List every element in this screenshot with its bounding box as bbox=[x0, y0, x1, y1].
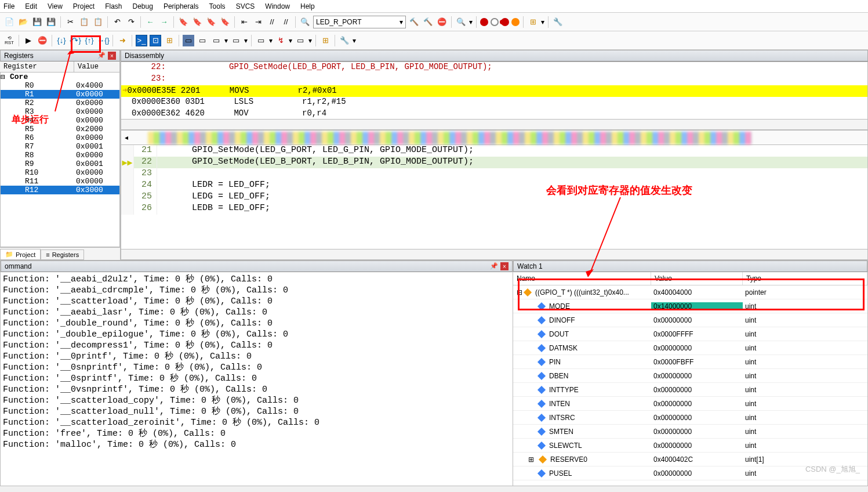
menu-flash[interactable]: Flash bbox=[105, 2, 122, 10]
menu-tools[interactable]: Tools bbox=[209, 2, 226, 10]
menu-svcs[interactable]: SVCS bbox=[236, 2, 255, 10]
watch-row[interactable]: INTEN0x00000000uint bbox=[513, 397, 867, 411]
editor-line[interactable]: 21GPIO_SetMode(LED_G_PORT, LED_G_PIN, GP… bbox=[121, 145, 867, 157]
save-all-icon[interactable]: 💾 bbox=[45, 16, 57, 28]
indent-right-icon[interactable]: ⇥ bbox=[252, 16, 264, 28]
open-file-icon[interactable]: 📂 bbox=[17, 16, 29, 28]
command-window-icon[interactable]: >_ bbox=[136, 35, 147, 46]
disasm-scrollbar[interactable] bbox=[121, 120, 868, 130]
callstack-window-icon[interactable]: ▭ bbox=[197, 35, 208, 46]
undo-icon[interactable]: ↶ bbox=[111, 16, 123, 28]
save-icon[interactable]: 💾 bbox=[31, 16, 43, 28]
bookmark-icon[interactable]: 🔖 bbox=[177, 16, 189, 28]
editor-line[interactable]: 25LEDG = LED_OFF; bbox=[121, 191, 867, 203]
disasm-line[interactable]: 0x0000E362 4620 MOV r0,r4 bbox=[121, 108, 867, 120]
register-row[interactable]: R90x0001 bbox=[1, 160, 119, 168]
watch-row[interactable]: SMTEN0x00000000uint bbox=[513, 425, 867, 439]
redo-icon[interactable]: ↷ bbox=[125, 16, 137, 28]
nav-back-icon[interactable]: ← bbox=[144, 16, 156, 28]
breakpoint-insert-icon[interactable] bbox=[480, 18, 488, 26]
register-row[interactable]: R120x3000 bbox=[1, 186, 119, 194]
editor-line[interactable]: 24LEDR = LED_OFF; bbox=[121, 180, 867, 191]
watch-row[interactable]: PIN0x0000FBFFuint bbox=[513, 355, 867, 369]
watch-row[interactable]: DINOFF0x00000000uint bbox=[513, 313, 867, 327]
editor-scrollbar[interactable] bbox=[121, 249, 868, 260]
cut-icon[interactable]: ✂ bbox=[64, 16, 76, 28]
nav-fwd-icon[interactable]: → bbox=[158, 16, 170, 28]
menu-file[interactable]: File bbox=[3, 2, 14, 10]
register-row[interactable]: R60x0000 bbox=[1, 133, 119, 142]
code-editor[interactable]: 21GPIO_SetMode(LED_G_PORT, LED_G_PIN, GP… bbox=[121, 145, 868, 249]
editor-line[interactable]: 23 bbox=[121, 168, 867, 180]
step-into-icon[interactable]: {↓} bbox=[56, 35, 67, 46]
registers-list[interactable]: ⊟Core R00x4000R10x0000R20x0000R30x0000R4… bbox=[0, 73, 120, 247]
menu-help[interactable]: Help bbox=[300, 2, 315, 10]
menu-view[interactable]: View bbox=[48, 2, 63, 10]
watch-row[interactable]: DBEN0x00000000uint bbox=[513, 369, 867, 383]
tab-prev-icon[interactable]: ◂ bbox=[125, 133, 128, 142]
close-icon[interactable]: × bbox=[108, 52, 116, 60]
stop-build-icon[interactable]: ⛔ bbox=[436, 16, 448, 28]
close-icon[interactable]: × bbox=[500, 262, 509, 270]
register-row[interactable]: R10x0000 bbox=[1, 90, 119, 99]
paste-icon[interactable]: 📋 bbox=[92, 16, 104, 28]
show-next-icon[interactable]: ➜ bbox=[117, 35, 128, 46]
copy-icon[interactable]: 📋 bbox=[78, 16, 90, 28]
watch-window-icon[interactable]: ▭ bbox=[210, 35, 222, 46]
disassembly-view[interactable]: 22: GPIO_SetMode(LED_B_PORT, LED_B_PIN, … bbox=[121, 62, 868, 120]
expand-icon[interactable]: ⊞ bbox=[528, 455, 534, 464]
registers-window-icon[interactable]: ▭ bbox=[183, 35, 194, 46]
register-row[interactable]: R70x0001 bbox=[1, 142, 119, 151]
new-file-icon[interactable]: 📄 bbox=[3, 16, 15, 28]
watch-row[interactable]: INTTYPE0x00000000uint bbox=[513, 383, 867, 397]
bookmark-prev-icon[interactable]: 🔖 bbox=[191, 16, 203, 28]
menu-project[interactable]: Project bbox=[73, 2, 95, 10]
tab-registers[interactable]: ≡Registers bbox=[41, 249, 84, 260]
pin-icon[interactable]: 📌 bbox=[97, 52, 106, 60]
editor-line[interactable]: ▶▶22GPIO_SetMode(LED_B_PORT, LED_B_PIN, … bbox=[121, 157, 867, 168]
breakpoint-disable-icon[interactable] bbox=[491, 18, 499, 26]
stop-icon[interactable]: ⛔ bbox=[37, 35, 48, 46]
pin-icon[interactable]: 📌 bbox=[490, 262, 498, 270]
memory-window-icon[interactable]: ▭ bbox=[230, 35, 242, 46]
watch-row[interactable]: DOUT0x0000FFFFuint bbox=[513, 327, 867, 341]
configure-icon[interactable]: 🔧 bbox=[552, 16, 564, 28]
watch-row[interactable]: DATMSK0x00000000uint bbox=[513, 341, 867, 355]
register-row[interactable]: R80x0000 bbox=[1, 151, 119, 160]
system-viewer-icon[interactable]: ⊞ bbox=[319, 35, 331, 46]
uncomment-icon[interactable]: // bbox=[280, 16, 292, 28]
collapse-icon[interactable]: ⊟ bbox=[1, 73, 6, 81]
run-icon[interactable]: ▶ bbox=[23, 35, 34, 46]
indent-left-icon[interactable]: ⇤ bbox=[238, 16, 250, 28]
menu-debug[interactable]: Debug bbox=[133, 2, 153, 10]
tab-project[interactable]: 📁Project bbox=[0, 249, 41, 260]
debug-find-icon[interactable]: 🔍 bbox=[455, 16, 467, 28]
register-row[interactable]: R50x2000 bbox=[1, 125, 119, 133]
menu-peripherals[interactable]: Peripherals bbox=[164, 2, 199, 10]
serial-window-icon[interactable]: ▭ bbox=[255, 35, 267, 46]
window-layout-icon[interactable]: ⊞ bbox=[527, 16, 539, 28]
disasm-line[interactable]: 0x0000E360 03D1 LSLS r1,r2,#15 bbox=[121, 97, 867, 108]
register-row[interactable]: R100x0000 bbox=[1, 168, 119, 177]
register-row[interactable]: R20x0000 bbox=[1, 99, 119, 107]
analysis-window-icon[interactable]: ↯ bbox=[275, 35, 286, 46]
build-icon[interactable]: 🔨 bbox=[408, 16, 420, 28]
command-output[interactable]: Function: '__aeabi_d2ulz', Time: 0 秒 (0%… bbox=[1, 272, 513, 486]
watch-row[interactable]: INTSRC0x00000000uint bbox=[513, 411, 867, 425]
watch-list[interactable]: ⊟ ((GPIO_T *) (((uint32_t)0x40... 0x4000… bbox=[513, 285, 867, 486]
trace-window-icon[interactable]: ▭ bbox=[295, 35, 306, 46]
disasm-line[interactable]: 22: GPIO_SetMode(LED_B_PORT, LED_B_PIN, … bbox=[121, 62, 867, 74]
disasm-line[interactable]: ➜0x0000E35E 2201 MOVS r2,#0x01 bbox=[121, 85, 867, 97]
menu-edit[interactable]: Edit bbox=[25, 2, 37, 10]
editor-tabs[interactable]: ◂ bbox=[121, 130, 868, 145]
find-icon[interactable]: 🔍 bbox=[299, 16, 311, 28]
register-row[interactable]: R110x0000 bbox=[1, 177, 119, 186]
editor-line[interactable]: 26LEDB = LED_OFF; bbox=[121, 203, 867, 215]
target-combo[interactable]: LED_R_PORT▾ bbox=[313, 16, 406, 28]
breakpoint-enableall-icon[interactable] bbox=[501, 18, 509, 26]
disasm-window-icon[interactable]: ⊡ bbox=[150, 35, 161, 46]
toolbox-icon[interactable]: 🔧 bbox=[339, 35, 350, 46]
breakpoint-killall-icon[interactable] bbox=[511, 18, 520, 26]
watch-row[interactable]: SLEWCTL0x00000000uint bbox=[513, 439, 867, 453]
disasm-line[interactable]: 23: bbox=[121, 74, 867, 85]
